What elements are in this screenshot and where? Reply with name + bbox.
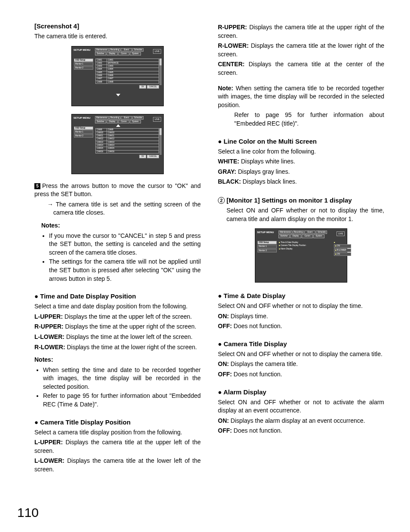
notes-label: Notes: <box>34 356 53 363</box>
notes-list: If you move the cursor to "CANCEL" in st… <box>34 232 201 283</box>
screenshot-intro: The camera title is entered. <box>34 32 201 41</box>
note-label: Note: <box>218 85 233 92</box>
scrollbar-icon <box>159 58 162 85</box>
step-number-icon: 5 <box>34 183 40 189</box>
chevron-down-icon <box>116 94 120 96</box>
section-number-icon: 2 <box>218 197 225 204</box>
time-date-position-heading: Time and Date Display Position <box>34 292 201 301</box>
live-badge: LIVE <box>153 49 161 54</box>
alarm-display-heading: Alarm Display <box>218 387 384 397</box>
cancel-button: CANCEL <box>147 85 159 89</box>
time-date-display-heading: Time & Date Display <box>218 291 384 300</box>
camera-title-display-heading: Camera Title Display <box>218 339 384 348</box>
chevron-up-icon <box>116 124 120 127</box>
monitor1-heading: 2[Monitor 1] Settings on monitor 1 displ… <box>218 196 384 205</box>
step-5-result: The camera title is set and the setting … <box>47 200 201 217</box>
line-color-heading: Line Color on the Multi Screen <box>218 137 384 146</box>
time-date-position-intro: Select a time and date display position … <box>34 302 201 311</box>
notes-label: Notes: <box>41 222 60 229</box>
camera-title-position-heading: Camera Title Display Position <box>34 418 201 427</box>
mock-title: SETUP MENU <box>73 116 90 120</box>
screenshot-4b: SETUP MENU Maintenance Recording Event S… <box>71 114 164 174</box>
screenshot-heading: [Screenshot 4] <box>34 22 201 31</box>
camera-title-position-intro: Select a camera title display position f… <box>34 428 201 437</box>
right-column: R-UPPER: Displays the camera title at th… <box>218 22 384 476</box>
monitor1-screenshot: SETUP MENU Maintenance Recording Event S… <box>255 228 347 283</box>
mock-body: CAM1CAM1 CAM2ENTRANCE CAM3CAM3 CAM4CAM4 … <box>95 58 159 89</box>
page-number: 110 <box>17 504 39 522</box>
mock-sidebar: OSD Setup Monitor 1 Monitor 2 <box>74 58 93 71</box>
step-5: 5Press the arrows button to move the cur… <box>34 182 201 199</box>
left-column: [Screenshot 4] The camera title is enter… <box>34 22 201 476</box>
mock-title: SETUP MENU <box>73 48 90 52</box>
ok-button: OK <box>139 85 147 89</box>
mock-tabs-row1: Maintenance Recording Event Schedule <box>95 48 162 52</box>
mock-tabs-row2: Switcher Display Comm System <box>95 52 162 55</box>
screenshot-4a: SETUP MENU Maintenance Recording Event S… <box>71 46 164 106</box>
